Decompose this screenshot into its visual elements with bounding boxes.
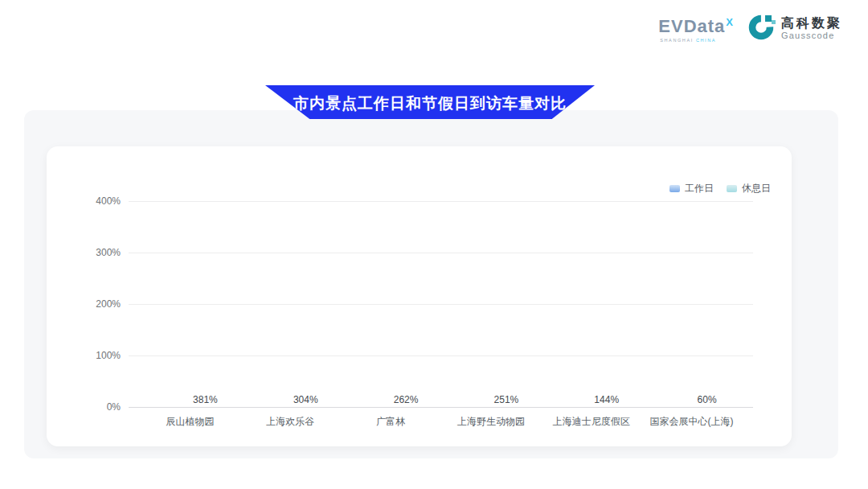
evdata-logo: EVDataX SHANGHAI CHINA [658,14,734,43]
gridline-400 [129,201,753,202]
chart-card: 工作日 休息日 381%辰山植物园304%上海欢乐谷262%广富林251%上海野… [47,146,792,446]
bar-groups: 381%辰山植物园304%上海欢乐谷262%广富林251%上海野生动物园144%… [129,202,753,408]
value-label: 381% [193,394,218,405]
evdata-subtext: SHANGHAI CHINA [660,38,716,43]
gridline-0 [129,407,753,408]
gausscode-g-icon [748,13,776,43]
category-label: 上海野生动物园 [457,415,525,429]
legend-item-workday[interactable]: 工作日 [669,182,714,195]
value-label: 262% [394,394,419,405]
legend-swatch-workday [669,185,680,192]
logo-bar: EVDataX SHANGHAI CHINA 高科数聚 Gausscode [658,13,842,43]
evdata-wordmark: EVDataX [658,14,734,35]
gridline-100 [129,355,753,356]
plot-area: 381%辰山植物园304%上海欢乐谷262%广富林251%上海野生动物园144%… [129,202,753,408]
legend-label-restday: 休息日 [742,182,771,195]
legend-swatch-restday [727,185,737,192]
value-label: 144% [594,394,619,405]
y-tick-label: 0% [82,401,121,413]
legend-label-workday: 工作日 [685,182,714,195]
gausscode-en: Gausscode [781,31,842,41]
gridline-300 [129,253,753,253]
y-tick-label: 300% [82,247,121,258]
chart-panel: 工作日 休息日 381%辰山植物园304%上海欢乐谷262%广富林251%上海野… [24,110,838,458]
y-tick-label: 100% [82,350,121,361]
value-label: 251% [494,394,519,405]
category-label: 上海迪士尼度假区 [553,415,630,429]
chart-title: 市内景点工作日和节假日到访车量对比 [293,90,567,114]
y-tick-label: 200% [82,298,121,310]
category-label: 上海欢乐谷 [266,415,314,429]
chart-title-banner: 市内景点工作日和节假日到访车量对比 [265,85,595,119]
gausscode-cn: 高科数聚 [781,16,842,31]
category-label: 广富林 [376,415,405,429]
legend: 工作日 休息日 [669,182,771,195]
page: EVDataX SHANGHAI CHINA 高科数聚 Gausscode 市内… [0,0,868,489]
value-label: 304% [293,394,318,405]
category-label: 国家会展中心(上海) [650,415,734,429]
gridline-200 [129,304,753,305]
gausscode-text: 高科数聚 Gausscode [781,16,842,41]
legend-item-restday[interactable]: 休息日 [727,182,771,195]
category-label: 辰山植物园 [166,415,214,429]
value-label: 60% [698,394,717,405]
y-tick-label: 400% [82,195,121,207]
gausscode-logo: 高科数聚 Gausscode [748,13,842,43]
evdata-x-mark: X [726,16,734,28]
